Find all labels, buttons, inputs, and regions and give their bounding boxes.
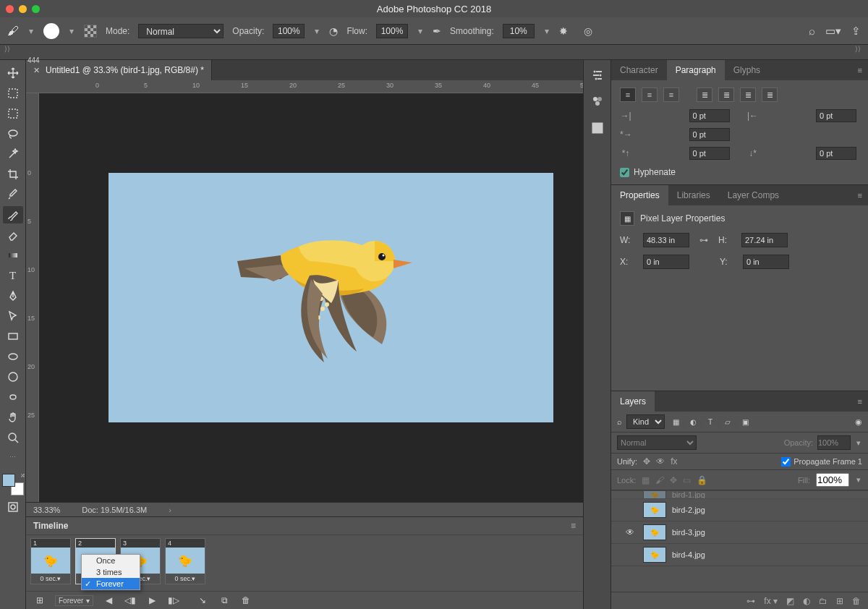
quick-mask-tool[interactable] [3,498,23,516]
layer-row[interactable]: 🐤bird-4.jpg [611,544,868,566]
foreground-color-swatch[interactable] [2,474,15,487]
color-swatches[interactable]: ⤭ [2,474,24,495]
lasso-tool[interactable] [3,125,23,142]
filter-type-icon[interactable]: T [704,415,717,428]
flow-input[interactable] [376,24,408,38]
lock-image-icon[interactable]: 🖌 [655,475,664,485]
indent-left-input[interactable] [689,109,730,122]
artboard[interactable] [109,173,553,422]
smoothing-chevron-icon[interactable]: ▾ [543,26,550,36]
search-icon[interactable]: ⌕ [809,25,815,38]
layer-blend-select[interactable]: Normal [617,435,697,450]
layer-name[interactable]: bird-3.jpg [672,528,705,537]
expand-tools-icon[interactable]: ⟩⟩ [0,45,14,59]
filter-smart-icon[interactable]: ▣ [739,415,752,428]
layers-menu-icon[interactable]: ≡ [852,397,868,406]
swatches-icon[interactable] [592,95,603,109]
filter-adjust-icon[interactable]: ◐ [686,415,699,428]
rectangle-tool[interactable] [3,328,23,345]
move-tool[interactable] [3,64,23,82]
pen-tool[interactable] [3,287,23,304]
expand-panels-icon[interactable]: ⟩⟩ [851,45,868,59]
eyedropper-tool[interactable] [3,186,23,203]
minimize-window-button[interactable] [19,5,27,13]
timeline-frame[interactable]: 1🐤0 sec.▾ [30,538,71,584]
brush-preset-chevron-icon[interactable]: ▾ [27,26,35,36]
loop-option[interactable]: Once [82,555,140,566]
character-tab[interactable]: Character [611,60,667,80]
filter-shape-icon[interactable]: ▱ [721,415,734,428]
group-icon[interactable]: 🗀 [819,596,827,606]
blend-mode-select[interactable]: Normal [138,24,224,38]
duplicate-frame-icon[interactable]: ⧉ [218,595,231,605]
adjustments-icon[interactable] [592,69,603,82]
artboard-tool[interactable] [3,85,23,102]
brush-size-chevron-icon[interactable]: ▾ [68,26,75,36]
zoom-tool[interactable] [3,429,23,446]
link-layers-icon[interactable]: ⊶ [746,596,755,606]
properties-menu-icon[interactable]: ≡ [852,191,868,200]
custom-shape-tool[interactable] [3,388,23,406]
fill-chevron-icon[interactable]: ▾ [855,475,862,485]
grid-icon[interactable] [592,122,603,136]
horizontal-ruler[interactable]: 05101520253035404550 [26,80,583,93]
layers-tab[interactable]: Layers [611,391,655,412]
justify-left-button[interactable]: ≣ [697,88,712,102]
delete-layer-icon[interactable]: 🗑 [852,596,861,606]
unify-style-icon[interactable]: fx [671,456,677,467]
airbrush-icon[interactable]: ✒ [433,25,441,37]
first-line-input[interactable] [689,128,730,141]
y-input[interactable] [743,255,789,269]
layer-name[interactable]: bird-1.jpg [672,490,705,499]
filter-toggle-icon[interactable]: ◉ [855,417,862,427]
lock-artboard-icon[interactable]: ▭ [683,475,691,485]
eraser-tool[interactable] [3,226,23,244]
paragraph-tab[interactable]: Paragraph [667,60,725,80]
delete-frame-icon[interactable]: 🗑 [239,595,252,605]
vertical-ruler[interactable]: 0510152025 [26,93,39,502]
gradient-tool[interactable] [3,247,23,264]
libraries-tab[interactable]: Libraries [668,185,719,205]
ellipse-tool[interactable] [3,348,23,365]
zoom-level[interactable]: 33.33% [33,506,60,514]
properties-tab[interactable]: Properties [611,185,668,205]
justify-center-button[interactable]: ≣ [718,88,734,102]
flow-chevron-icon[interactable]: ▾ [417,26,424,36]
pressure-size-icon[interactable]: ◎ [584,25,592,37]
opacity-input[interactable] [273,24,305,38]
loop-select[interactable]: Forever▾ [55,595,93,606]
filter-kind-select[interactable]: Kind [626,414,665,429]
brush-panel-icon[interactable] [84,25,97,38]
space-before-input[interactable] [689,147,730,160]
unify-visibility-icon[interactable]: 👁 [656,456,665,467]
propagate-checkbox[interactable]: Propagate Frame 1 [781,457,862,467]
layer-row[interactable]: 👁🐤bird-3.jpg [611,521,868,544]
next-frame-button[interactable]: ▮▷ [167,595,180,605]
opacity-chevron-icon[interactable]: ▾ [313,26,320,36]
magic-wand-tool[interactable] [3,145,23,163]
link-wh-icon[interactable]: ⊶ [699,235,708,245]
smoothing-options-icon[interactable]: ✸ [559,25,568,37]
fill-input[interactable] [816,473,849,487]
filter-pixel-icon[interactable]: ▦ [669,415,682,428]
smoothing-input[interactable] [503,24,535,38]
first-frame-button[interactable]: ◀ [102,595,115,605]
status-chevron-icon[interactable]: › [169,506,171,514]
type-tool[interactable]: T [3,267,23,284]
loop-option[interactable]: 3 times [82,566,140,578]
glyphs-tab[interactable]: Glyphs [725,60,769,80]
tween-icon[interactable]: ↘ [196,595,209,605]
indent-right-input[interactable] [816,109,856,122]
lock-transparent-icon[interactable]: ▦ [642,475,650,485]
layer-opacity-input[interactable] [817,435,851,450]
layer-comps-tab[interactable]: Layer Comps [719,185,788,205]
unify-position-icon[interactable]: ✥ [643,456,650,467]
layer-name[interactable]: bird-4.jpg [672,550,705,559]
hyphenate-checkbox[interactable]: Hyphenate [620,167,859,177]
marquee-tool[interactable] [3,105,23,122]
close-window-button[interactable] [6,5,14,13]
polygon-tool[interactable] [3,368,23,386]
swap-colors-icon[interactable]: ⤭ [20,472,25,479]
space-after-input[interactable] [816,147,856,160]
new-layer-icon[interactable]: ⊞ [836,596,843,606]
